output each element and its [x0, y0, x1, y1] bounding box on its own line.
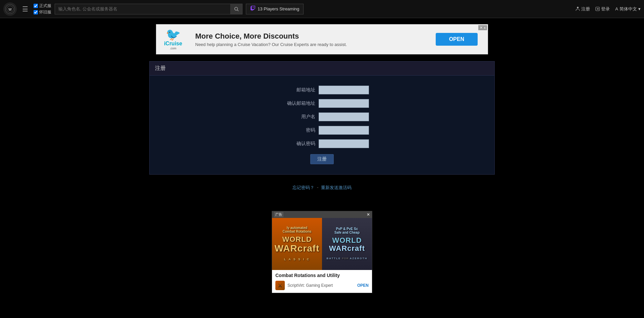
confirm-email-row: 确认邮箱地址	[156, 99, 488, 108]
username-label: 用户名	[275, 114, 315, 120]
ad-text: More Choice, More Discounts Need help pl…	[190, 29, 436, 50]
bottom-ad-header: 广告 ✕	[272, 211, 372, 218]
confirm-password-row: 确认密码	[156, 139, 488, 148]
bottom-ad-left-image: ly automatedCombat Rotations WORLDWARcra…	[272, 218, 322, 270]
resend-activation-link[interactable]: 重新发送激活码	[321, 185, 352, 190]
bottom-ad-right-image: PvP & PvE ScSafe and Cheap WORLDWARcraft…	[322, 218, 372, 270]
search-button[interactable]	[230, 4, 243, 14]
password-input[interactable]	[319, 126, 369, 135]
header-actions: 注册 登录 A 简体中文 ▾	[576, 6, 641, 12]
password-row: 密码	[156, 126, 488, 135]
confirm-email-label: 确认邮箱地址	[275, 100, 315, 106]
bottom-ad-image: ly automatedCombat Rotations WORLDWARcra…	[272, 218, 372, 270]
confirm-password-input[interactable]	[319, 139, 369, 148]
submit-row: 注册	[156, 154, 488, 164]
bottom-ad-title: Combat Rotations and Utility	[275, 273, 369, 278]
ad-subtitle: Need help planning a Cruise Vacation? Ou…	[195, 42, 430, 47]
streaming-badge[interactable]: 13 Players Streaming	[246, 4, 304, 14]
svg-line-4	[237, 10, 239, 11]
svg-rect-5	[577, 7, 579, 8]
ad-open-button[interactable]: OPEN	[436, 33, 478, 46]
main-header: W ☰ 正式服 怀旧服 13 Players Streaming	[0, 0, 644, 18]
cruise-logo: 🐦 iCruise .com	[164, 29, 182, 50]
email-row: 邮箱地址	[156, 86, 488, 94]
formal-server-checkbox[interactable]: 正式服	[34, 3, 51, 9]
nostalgia-server-checkbox[interactable]: 怀旧服	[34, 9, 51, 15]
password-label: 密码	[275, 127, 315, 133]
cruise-bird-icon: 🐦	[166, 29, 181, 41]
forgot-section: 忘记密码？ - 重新发送激活码	[149, 181, 495, 194]
register-panel-header: 注册	[150, 61, 494, 76]
main-content: 注册 邮箱地址 确认邮箱地址 用户名 密码	[149, 61, 495, 201]
twitch-icon	[250, 6, 256, 12]
register-title: 注册	[155, 65, 166, 71]
bottom-ad-author: ScriptVirt: Gaming Expert	[287, 283, 355, 288]
bottom-ad-app-icon: ⚔	[275, 281, 285, 290]
search-input[interactable]	[55, 4, 230, 14]
email-input[interactable]	[319, 86, 369, 94]
bottom-ad-close-button[interactable]: ✕	[367, 212, 370, 217]
bottom-ad: 广告 ✕ ly automatedCombat Rotations WORLDW…	[272, 211, 372, 293]
register-button[interactable]: 注册	[576, 6, 590, 12]
svg-point-3	[235, 7, 238, 10]
bottom-ad-footer: ⚔ ScriptVirt: Gaming Expert OPEN	[275, 281, 369, 290]
ad-banner: ✕ x 🐦 iCruise .com More Choice, More Dis…	[156, 24, 488, 54]
forgot-password-link[interactable]: 忘记密码？	[292, 185, 314, 190]
hamburger-button[interactable]: ☰	[20, 4, 30, 14]
register-panel: 注册 邮箱地址 确认邮箱地址 用户名 密码	[149, 61, 495, 175]
svg-text:W: W	[8, 7, 12, 11]
register-submit-button[interactable]: 注册	[310, 154, 334, 164]
register-body: 邮箱地址 确认邮箱地址 用户名 密码 确认密码	[150, 76, 494, 174]
ad-banner-wrap: ✕ x 🐦 iCruise .com More Choice, More Dis…	[0, 21, 644, 58]
search-bar	[55, 4, 243, 14]
username-input[interactable]	[319, 112, 369, 121]
language-button[interactable]: A 简体中文 ▾	[615, 6, 641, 12]
ad-logo: 🐦 iCruise .com	[156, 26, 190, 53]
ad-label: 广告	[274, 212, 283, 217]
username-row: 用户名	[156, 112, 488, 121]
bottom-ad-open-button[interactable]: OPEN	[357, 283, 369, 288]
cruise-brand-name: iCruise	[164, 41, 182, 47]
forgot-separator: -	[317, 185, 319, 190]
confirm-email-input[interactable]	[319, 99, 369, 108]
site-logo[interactable]: W	[3, 2, 17, 16]
cruise-sub-label: .com	[170, 47, 176, 50]
confirm-password-label: 确认密码	[275, 141, 315, 147]
email-label: 邮箱地址	[275, 87, 315, 93]
server-type-checkboxes: 正式服 怀旧服	[34, 3, 51, 15]
ad-close-button[interactable]: ✕ x	[478, 25, 487, 30]
streaming-text: 13 Players Streaming	[258, 6, 299, 11]
bottom-ad-wrap: 广告 ✕ ly automatedCombat Rotations WORLDW…	[0, 204, 644, 300]
ad-title: More Choice, More Discounts	[195, 32, 430, 41]
bottom-ad-content: Combat Rotations and Utility ⚔ ScriptVir…	[272, 270, 372, 293]
login-button[interactable]: 登录	[595, 6, 610, 12]
